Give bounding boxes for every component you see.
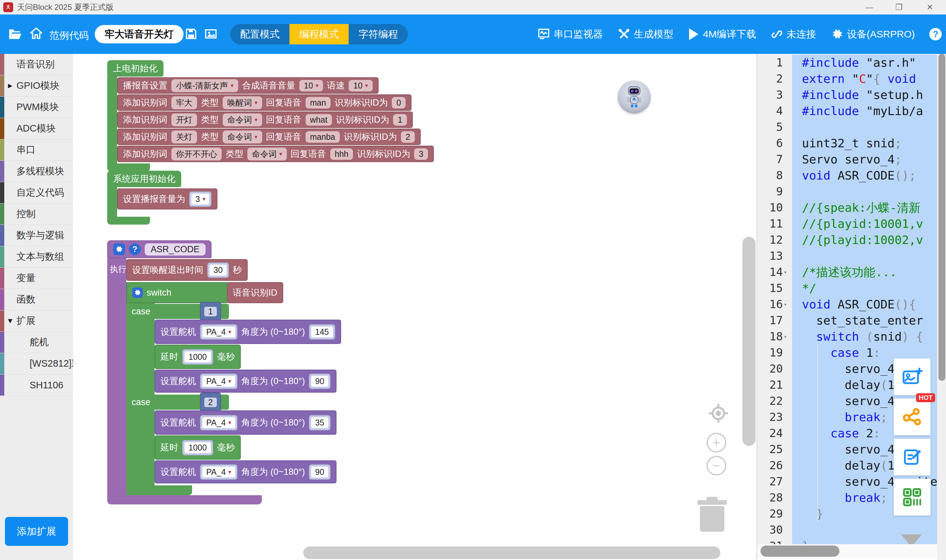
gear-icon[interactable] xyxy=(132,288,143,298)
sidebar-item-15[interactable]: [WS2812]彩灯 xyxy=(0,353,73,375)
block-set-servo[interactable]: 设置舵机 PA_4▾ 角度为 (0~180°) 90 xyxy=(155,369,337,392)
compile-download-button[interactable]: 4M编译下载 xyxy=(688,28,756,41)
block-switch-header[interactable]: switch xyxy=(126,282,228,303)
share-button[interactable]: HOT xyxy=(894,398,931,435)
canvas-horizontal-scrollbar[interactable] xyxy=(303,546,720,559)
block-set-voice[interactable]: 播报音设置 小蝶-清新女声▾ 合成语音音量 10▾ 语速 10▾ xyxy=(117,77,378,94)
sidebar-item-2[interactable]: ►GPIO模块 xyxy=(0,75,73,97)
reply-field[interactable]: man xyxy=(306,97,331,109)
reply-field[interactable]: hhh xyxy=(330,148,353,160)
fold-marker-icon[interactable]: ▾ xyxy=(783,329,787,345)
function-name-field[interactable]: ASR_CODE xyxy=(145,243,206,255)
block-asr-function-header[interactable]: ? ASR_CODE xyxy=(107,240,212,258)
connection-status-button[interactable]: 未连接 xyxy=(771,28,816,41)
help-icon[interactable]: ? xyxy=(129,243,141,255)
sidebar-item-4[interactable]: ADC模块 xyxy=(0,118,73,139)
servo-angle-socket[interactable]: 90 xyxy=(309,374,331,389)
more-button[interactable]: ? 更多 xyxy=(929,28,946,41)
close-button[interactable]: ✕ xyxy=(920,2,940,12)
serial-monitor-button[interactable]: 串口监视器 xyxy=(537,28,603,41)
volume-socket[interactable]: 3▾ xyxy=(189,191,212,207)
project-name-input[interactable]: 牢大语音开关灯 xyxy=(95,25,183,43)
word-type-dropdown[interactable]: 命令词▾ xyxy=(223,114,262,126)
sidebar-item-11[interactable]: 变量 xyxy=(0,268,73,289)
sidebar-item-12[interactable]: 函数 xyxy=(0,289,73,311)
id-field[interactable]: 3 xyxy=(414,148,428,160)
home-icon[interactable] xyxy=(29,26,43,41)
word-type-dropdown[interactable]: 唤醒词▾ xyxy=(223,96,262,109)
servo-angle-socket[interactable]: 90 xyxy=(309,464,331,480)
add-extension-button[interactable]: 添加扩展 xyxy=(5,517,68,546)
block-delay[interactable]: 延时 1000 毫秒 xyxy=(155,345,241,369)
code-vertical-scrollbar[interactable] xyxy=(937,54,946,560)
sidebar-item-14[interactable]: 舵机 xyxy=(0,332,73,353)
code-horizontal-scrollbar[interactable] xyxy=(757,544,937,558)
delay-socket[interactable]: 1000 xyxy=(182,349,213,365)
build-model-button[interactable]: 生成模型 xyxy=(617,28,673,41)
block-set-wake-timeout[interactable]: 设置唤醒退出时间 30 秒 xyxy=(126,259,248,281)
device-button[interactable]: 设备(ASRPRO) xyxy=(831,28,915,41)
sidebar-item-3[interactable]: PWM模块 xyxy=(0,97,73,118)
word-field[interactable]: 关灯 xyxy=(171,131,197,143)
sidebar-item-5[interactable]: 串口 xyxy=(0,139,73,161)
code-horizontal-scrollbar-thumb[interactable] xyxy=(760,546,840,557)
voice-dropdown[interactable]: 小蝶-清新女声▾ xyxy=(171,79,238,92)
code-vertical-scrollbar-thumb[interactable] xyxy=(938,54,945,381)
servo-angle-socket[interactable]: 35 xyxy=(309,415,331,431)
word-field[interactable]: 牢大 xyxy=(171,96,197,109)
servo-pin-dropdown[interactable]: PA_4▾ xyxy=(200,374,237,389)
save-icon[interactable] xyxy=(184,27,198,41)
case-value-block[interactable]: 2 xyxy=(200,392,221,412)
recenter-button[interactable] xyxy=(708,403,729,426)
block-power-init-hat[interactable]: 上电初始化 xyxy=(107,60,163,77)
screenshot-icon[interactable] xyxy=(204,27,218,41)
block-add-word-4[interactable]: 添加识别词 你开不开心 类型 命令词▾ 回复语音 hhh 识别标识ID为 3 xyxy=(117,146,434,162)
block-delay[interactable]: 延时 1000 毫秒 xyxy=(155,435,241,460)
id-field[interactable]: 1 xyxy=(393,114,407,126)
gear-icon[interactable] xyxy=(113,243,125,255)
case-value-block[interactable]: 1 xyxy=(200,302,221,321)
assistant-avatar[interactable] xyxy=(618,80,651,114)
sidebar-item-16[interactable]: SH1106 xyxy=(0,375,73,396)
block-set-servo[interactable]: 设置舵机 PA_4▾ 角度为 (0~180°) 35 xyxy=(155,411,337,435)
block-add-word-1[interactable]: 添加识别词 牢大 类型 唤醒词▾ 回复语音 man 识别标识ID为 0 xyxy=(117,94,411,111)
block-add-word-2[interactable]: 添加识别词 开灯 类型 命令词▾ 回复语音 what 识别标识ID为 1 xyxy=(117,111,413,128)
tab-programming-mode[interactable]: 编程模式 xyxy=(289,24,349,45)
tab-config-mode[interactable]: 配置模式 xyxy=(230,24,289,45)
block-set-broadcast-volume[interactable]: 设置播报音量为 3▾ xyxy=(117,188,217,209)
qr-code-button[interactable] xyxy=(894,479,931,515)
delay-socket[interactable]: 1000 xyxy=(182,440,213,455)
block-set-servo[interactable]: 设置舵机 PA_4▾ 角度为 (0~180°) 145 xyxy=(155,320,341,344)
trash-icon[interactable] xyxy=(697,495,727,532)
sidebar-item-10[interactable]: 文本与数组 xyxy=(0,246,73,268)
block-canvas[interactable]: 上电初始化 播报音设置 小蝶-清新女声▾ 合成语音音量 10▾ 语速 10▾ 添… xyxy=(73,54,757,560)
fold-marker-icon[interactable]: ▾ xyxy=(783,264,787,280)
volume-dropdown[interactable]: 10▾ xyxy=(299,80,323,91)
add-image-button[interactable] xyxy=(894,358,931,395)
reply-field[interactable]: what xyxy=(306,114,332,126)
sidebar-item-9[interactable]: 数学与逻辑 xyxy=(0,225,73,246)
sidebar-item-13[interactable]: ▼扩展 xyxy=(0,311,73,332)
block-voice-recognition-id[interactable]: 语音识别ID xyxy=(227,282,283,303)
minimize-button[interactable]: — xyxy=(860,2,879,12)
word-field[interactable]: 你开不开心 xyxy=(171,148,222,160)
servo-pin-dropdown[interactable]: PA_4▾ xyxy=(200,415,237,431)
word-type-dropdown[interactable]: 命令词▾ xyxy=(223,131,262,143)
zoom-in-button[interactable]: + xyxy=(706,433,726,452)
id-field[interactable]: 2 xyxy=(401,131,415,143)
tab-character-programming[interactable]: 字符编程 xyxy=(349,24,408,45)
open-file-icon[interactable] xyxy=(8,28,22,41)
sidebar-item-6[interactable]: 多线程模块 xyxy=(0,161,73,182)
reply-field[interactable]: manba xyxy=(306,131,340,143)
example-code-button[interactable]: 范例代码 xyxy=(49,29,89,42)
id-field[interactable]: 0 xyxy=(392,97,406,109)
block-set-servo[interactable]: 设置舵机 PA_4▾ 角度为 (0~180°) 90 xyxy=(155,460,337,483)
word-field[interactable]: 开灯 xyxy=(171,114,197,126)
fold-marker-icon[interactable]: ▾ xyxy=(783,296,787,312)
speed-dropdown[interactable]: 10▾ xyxy=(349,80,372,91)
block-sys-init-hat[interactable]: 系统应用初始化 xyxy=(107,171,181,187)
sidebar-item-8[interactable]: 控制 xyxy=(0,203,73,225)
restore-button[interactable]: ❐ xyxy=(889,2,909,12)
timeout-socket[interactable]: 30 xyxy=(207,262,229,278)
edit-form-button[interactable] xyxy=(894,438,931,475)
